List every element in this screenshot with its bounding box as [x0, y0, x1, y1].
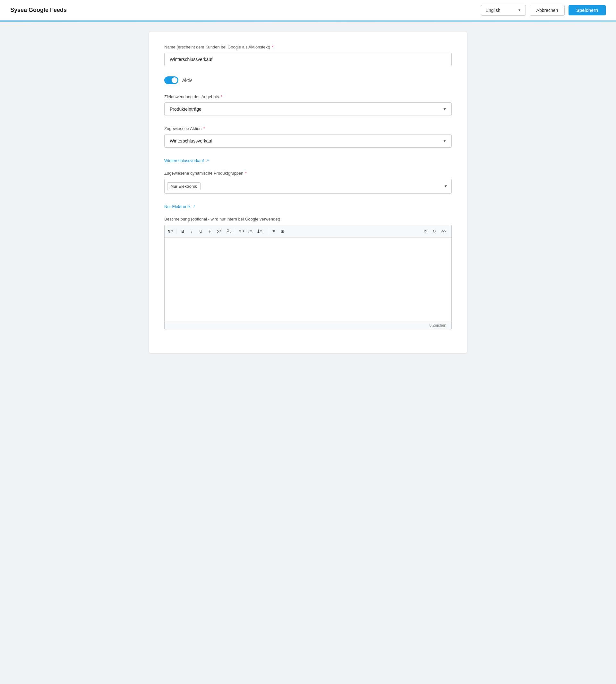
link-button[interactable]: ⚭: [270, 227, 278, 235]
target-label: Zielanwendung des Angebots *: [164, 94, 452, 99]
table-button[interactable]: ⊞: [279, 228, 286, 235]
description-field-group: Beschreibung (optional - wird nur intern…: [164, 217, 452, 330]
product-groups-link-text: Nur Elektronik: [164, 204, 191, 209]
product-group-tag: Nur Elektronik: [167, 182, 200, 190]
editor-toolbar: ¶ ▼ B I U T X2 X2 ≡ ▼: [164, 225, 452, 237]
language-selector[interactable]: English ▼: [481, 5, 526, 16]
name-label: Name (erscheint dem Kunden bei Google al…: [164, 45, 452, 49]
form-card: Name (erscheint dem Kunden bei Google al…: [149, 32, 467, 353]
active-label: Aktiv: [182, 78, 192, 83]
char-count: 0 Zeichen: [429, 323, 446, 328]
action-select-wrapper: Winterschlussverkauf ▼: [164, 134, 452, 148]
active-toggle[interactable]: [164, 77, 178, 84]
page-title: Sysea Google Feeds: [10, 7, 67, 14]
italic-button[interactable]: I: [188, 228, 196, 235]
toolbar-separator-2: [236, 228, 236, 234]
product-groups-required-indicator: *: [245, 171, 247, 176]
header-actions: English ▼ Abbrechen Speichern: [481, 5, 606, 16]
paragraph-group[interactable]: ¶ ▼: [168, 229, 174, 234]
description-editor: ¶ ▼ B I U T X2 X2 ≡ ▼: [164, 225, 452, 330]
active-toggle-group: Aktiv: [164, 77, 452, 84]
name-input[interactable]: [164, 52, 452, 66]
product-groups-chevron-icon: ▼: [444, 184, 447, 188]
undo-button[interactable]: ↺: [421, 228, 429, 235]
align-icon: ≡: [239, 229, 241, 234]
product-groups-link-icon: ↗: [193, 205, 195, 209]
action-label: Zugewiesene Aktion *: [164, 126, 452, 131]
target-select[interactable]: Produkteinträge: [164, 102, 452, 116]
bold-button[interactable]: B: [179, 228, 187, 235]
underline-button[interactable]: U: [197, 228, 205, 235]
superscript-button[interactable]: X2: [215, 227, 224, 235]
target-field-group: Zielanwendung des Angebots * Produkteint…: [164, 94, 452, 116]
product-groups-label: Zugewiesene dynamische Produktgruppen *: [164, 171, 452, 176]
strikethrough-button[interactable]: T: [206, 228, 214, 235]
save-button[interactable]: Speichern: [569, 5, 606, 15]
action-required-indicator: *: [203, 126, 205, 131]
action-link-text: Winterschlussverkauf: [164, 158, 204, 163]
paragraph-icon: ¶: [168, 229, 170, 234]
description-editor-body[interactable]: [164, 237, 452, 321]
action-external-link[interactable]: Winterschlussverkauf ↗: [164, 158, 209, 163]
unordered-list-button[interactable]: ⁝≡: [246, 227, 254, 235]
toolbar-separator-3: [267, 228, 267, 234]
language-chevron-icon: ▼: [518, 8, 521, 12]
toolbar-separator-1: [176, 228, 176, 234]
toolbar-right-group: ↺ ↻ </>: [421, 228, 448, 235]
page-header: Sysea Google Feeds English ▼ Abbrechen S…: [0, 0, 616, 21]
external-link-icon: ↗: [206, 158, 209, 163]
code-view-button[interactable]: </>: [439, 228, 448, 235]
target-required-indicator: *: [221, 94, 222, 99]
name-required-indicator: *: [272, 45, 274, 49]
ordered-list-button[interactable]: 1≡: [256, 227, 264, 235]
main-content: Name (erscheint dem Kunden bei Google al…: [141, 22, 475, 363]
align-group[interactable]: ≡ ▼: [239, 229, 245, 234]
action-field-group: Zugewiesene Aktion * Winterschlussverkau…: [164, 126, 452, 148]
name-field-group: Name (erscheint dem Kunden bei Google al…: [164, 45, 452, 66]
cancel-button[interactable]: Abbrechen: [530, 5, 565, 16]
redo-button[interactable]: ↻: [430, 228, 438, 235]
action-select[interactable]: Winterschlussverkauf: [164, 134, 452, 148]
description-label: Beschreibung (optional - wird nur intern…: [164, 217, 452, 221]
toggle-slider: [164, 77, 178, 84]
product-groups-external-link[interactable]: Nur Elektronik ↗: [164, 204, 195, 209]
target-select-wrapper: Produkteinträge ▼: [164, 102, 452, 116]
align-chevron-icon: ▼: [242, 230, 245, 233]
product-groups-select[interactable]: Nur Elektronik ▼: [164, 179, 452, 194]
subscript-button[interactable]: X2: [225, 227, 234, 235]
paragraph-chevron-icon: ▼: [171, 230, 174, 233]
product-groups-field-group: Zugewiesene dynamische Produktgruppen * …: [164, 171, 452, 194]
language-label: English: [486, 8, 501, 13]
editor-footer: 0 Zeichen: [164, 321, 452, 330]
